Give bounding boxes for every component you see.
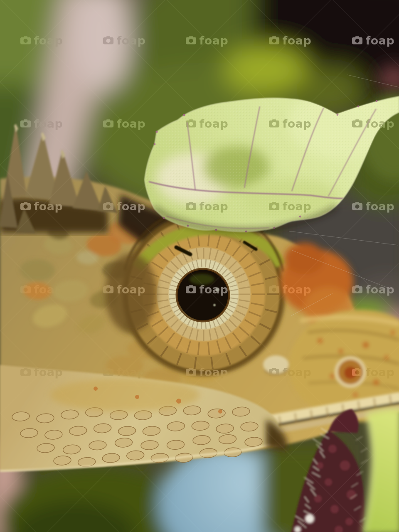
pupil <box>177 269 229 321</box>
photo-scene <box>0 0 399 532</box>
photo-lizard-macro: foapfoapfoapfoapfoapfoapfoapfoapfoapfoap… <box>0 0 399 532</box>
